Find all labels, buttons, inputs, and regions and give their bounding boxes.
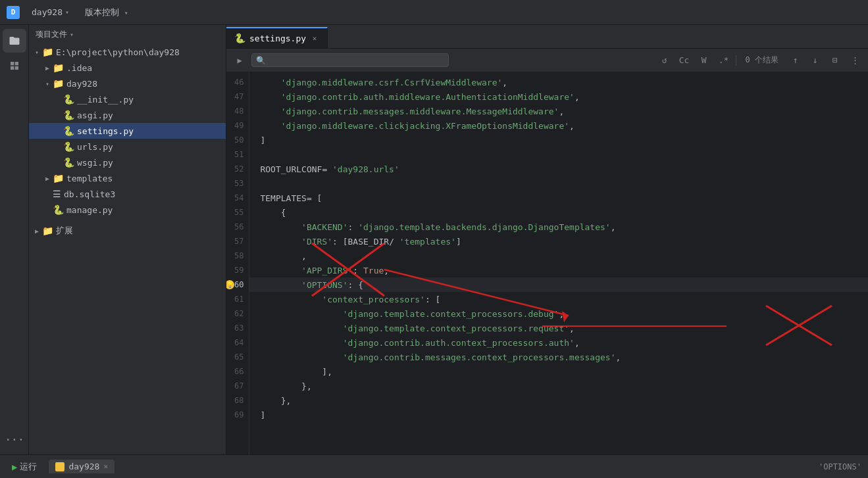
tab-close-btn[interactable]: ✕: [310, 34, 319, 43]
regex-btn[interactable]: .*: [716, 53, 732, 68]
ln-59: 59: [226, 263, 249, 277]
root-folder-icon: 📁: [42, 47, 53, 57]
ln-54: 54: [226, 191, 249, 205]
ln-61: 61: [226, 292, 249, 306]
tree-idea-label: .idea: [66, 63, 92, 73]
code-line-46: 'django.middleware.csrf.CsrfViewMiddlewa…: [249, 75, 868, 89]
ln-56: 56: [226, 220, 249, 234]
tree-templates-arrow: ▶: [42, 175, 53, 182]
templates-folder-icon: 📁: [53, 173, 64, 183]
tree-idea[interactable]: ▶ 📁 .idea: [29, 60, 226, 76]
tree-init[interactable]: 🐍 __init__.py: [29, 91, 226, 107]
file-tree-chevron: ▾: [70, 31, 74, 38]
editor-area: 🐍 settings.py ✕ ▶ 🔍 ↺ Cc W: [226, 25, 868, 454]
code-line-56: 'BACKEND': 'django.template.backends.dja…: [249, 220, 868, 234]
refresh-btn[interactable]: ↺: [657, 53, 673, 68]
more-options-btn[interactable]: ⋮: [847, 53, 863, 68]
tree-extensions[interactable]: ▶ 📁 扩展: [29, 223, 226, 239]
code-line-53: [249, 176, 868, 191]
version-control-menu[interactable]: 版本控制 ▾: [81, 5, 132, 20]
next-result-btn[interactable]: ↓: [807, 53, 823, 68]
whole-word-icon: W: [702, 55, 707, 65]
tree-manage[interactable]: 🐍 manage.py: [29, 202, 226, 218]
project-chevron: ▾: [65, 9, 69, 16]
tab-bar: 🐍 settings.py ✕: [226, 25, 868, 49]
tree-day928-arrow: ▾: [42, 80, 53, 87]
tree-asgi[interactable]: 🐍 asgi.py: [29, 107, 226, 123]
code-line-61: 'context_processors': [: [249, 292, 868, 306]
code-line-47: 'django.contrib.auth.middleware.Authenti…: [249, 89, 868, 104]
search-input-wrap: 🔍: [251, 53, 449, 67]
tree-db-label: db.sqlite3: [64, 189, 115, 199]
search-expand-btn[interactable]: ▶: [232, 53, 247, 68]
ln-51: 51: [226, 147, 249, 162]
tab-settings-py[interactable]: 🐍 settings.py ✕: [226, 27, 328, 48]
tree-wsgi[interactable]: 🐍 wsgi.py: [29, 155, 226, 170]
tree-manage-label: manage.py: [66, 205, 113, 215]
tree-templates[interactable]: ▶ 📁 templates: [29, 170, 226, 186]
status-bar: ▶ 运行 day928 ✕ 'OPTIONS': [0, 454, 868, 478]
tab-py-icon: 🐍: [234, 33, 245, 43]
ln-65: 65: [226, 350, 249, 364]
code-line-54: TEMPLATES = [: [249, 191, 868, 205]
ln-55: 55: [226, 205, 249, 220]
code-line-55: {: [249, 205, 868, 220]
code-line-67: },: [249, 379, 868, 393]
search-input[interactable]: [268, 55, 444, 65]
ln-58: 58: [226, 249, 249, 263]
code-line-64: 'django.contrib.auth.context_processors.…: [249, 335, 868, 350]
tree-root-label: E:\project\python\day928: [56, 47, 180, 57]
settings-py-icon: 🐍: [63, 126, 74, 136]
code-line-49: 'django.middleware.clickjacking.XFrameOp…: [249, 118, 868, 133]
tree-db[interactable]: ☰ db.sqlite3: [29, 186, 226, 202]
tree-day928-label: day928: [66, 79, 97, 89]
code-line-66: ],: [249, 364, 868, 379]
tree-templates-label: templates: [66, 174, 113, 183]
tree-urls-label: urls.py: [77, 142, 113, 152]
ln-50: 50: [226, 133, 249, 147]
ln-69: 69: [226, 408, 249, 422]
code-line-52: ROOT_URLCONF = 'day928.urls': [249, 162, 868, 176]
code-line-48: 'django.contrib.messages.middleware.Mess…: [249, 104, 868, 118]
tree-settings[interactable]: 🐍 settings.py: [29, 123, 226, 139]
status-tab-icon: [55, 462, 64, 471]
ln-48: 48: [226, 104, 249, 118]
tree-root[interactable]: ▾ 📁 E:\project\python\day928: [29, 44, 226, 60]
sidebar-icon-folder[interactable]: [3, 29, 26, 53]
code-editor[interactable]: 46 47 48 49 50 51 52 53 54 55 56 57 58 5…: [226, 72, 868, 454]
db-icon: ☰: [53, 189, 61, 199]
tree-init-label: __init__.py: [77, 95, 134, 105]
day928-folder-icon: 📁: [53, 78, 64, 89]
tree-day928[interactable]: ▾ 📁 day928: [29, 76, 226, 91]
code-line-69: ]: [249, 408, 868, 422]
code-line-58: ,: [249, 249, 868, 263]
search-bar: ▶ 🔍 ↺ Cc W .* 0 个结果 ↑: [226, 49, 868, 72]
prev-result-btn[interactable]: ↑: [788, 53, 804, 68]
case-sensitive-btn[interactable]: Cc: [677, 53, 692, 68]
sidebar-icon-more[interactable]: ···: [3, 428, 26, 452]
status-tab-day928[interactable]: day928 ✕: [49, 460, 115, 473]
project-selector[interactable]: day928 ▾: [26, 6, 74, 18]
code-line-60: 'OPTIONS': {: [249, 277, 868, 292]
idea-folder-icon: 📁: [53, 62, 64, 73]
file-tree-header[interactable]: 项目文件 ▾: [29, 25, 226, 44]
run-button[interactable]: ▶ 运行: [7, 459, 42, 475]
status-tab-close[interactable]: ✕: [103, 462, 108, 471]
ln-52: 52: [226, 162, 249, 176]
ln-60: 💡 60: [226, 277, 249, 292]
tab-label: settings.py: [249, 34, 306, 43]
code-line-65: 'django.contrib.messages.context_process…: [249, 350, 868, 364]
filter-btn[interactable]: ⊟: [827, 53, 843, 68]
main-layout: ··· 项目文件 ▾ ▾ 📁 E:\project\python\day928 …: [0, 25, 868, 454]
ln-47: 47: [226, 89, 249, 104]
init-py-icon: 🐍: [63, 94, 74, 105]
sidebar-icon-grid[interactable]: [3, 54, 26, 78]
code-line-51: [249, 147, 868, 162]
manage-py-icon: 🐍: [53, 204, 64, 215]
whole-word-btn[interactable]: W: [696, 53, 712, 68]
results-count: 0 个结果: [740, 55, 784, 66]
tree-urls[interactable]: 🐍 urls.py: [29, 139, 226, 155]
code-line-59: 'APP_DIRS': True,: [249, 263, 868, 277]
code-lines: 'django.middleware.csrf.CsrfViewMiddlewa…: [249, 72, 868, 454]
status-tab-label: day928: [68, 462, 99, 471]
